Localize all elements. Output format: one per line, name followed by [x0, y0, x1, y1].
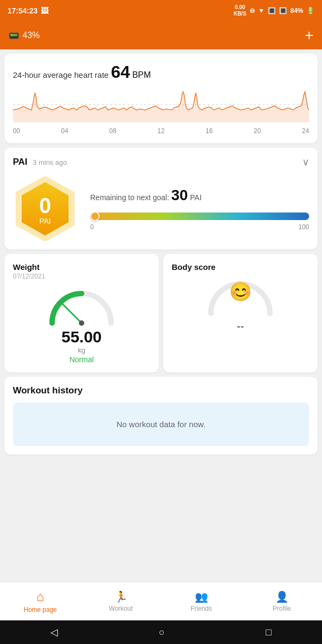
- main-content: 24-hour average heart rate 64 BPM 00 04 …: [0, 49, 322, 582]
- pai-header: PAI 3 mins ago ∨: [13, 156, 309, 168]
- nav-friends-label: Friends: [191, 605, 212, 612]
- score-gauge: 😊: [206, 276, 275, 316]
- network-speed: 0.00KB/S: [233, 4, 246, 17]
- nav-workout[interactable]: 🏃 Workout: [80, 582, 161, 620]
- friends-icon: 👥: [195, 590, 208, 603]
- score-emoji: 😊: [229, 282, 252, 301]
- hr-title: 24-hour average heart rate 64 BPM: [13, 62, 309, 82]
- battery-percent: 84%: [290, 7, 303, 14]
- add-button[interactable]: +: [305, 27, 313, 44]
- profile-icon: 👤: [275, 590, 289, 603]
- pai-right: Remaining to next goal: 30 PAI 0 100: [90, 187, 309, 231]
- nav-workout-label: Workout: [109, 605, 133, 612]
- time-display: 17:54:23: [8, 6, 38, 15]
- svg-point-7: [79, 320, 84, 326]
- nav-home[interactable]: ⌂ Home page: [0, 582, 80, 620]
- weight-score-row: Weight 07/12/2021 55.00 kg Normal: [4, 254, 318, 372]
- bottom-nav: ⌂ Home page 🏃 Workout 👥 Friends 👤 Profil…: [0, 582, 322, 620]
- nav-profile[interactable]: 👤 Profile: [241, 582, 322, 620]
- body-score-card: Body score 😊 --: [163, 254, 318, 372]
- recent-button[interactable]: □: [266, 627, 272, 638]
- nav-profile-label: Profile: [273, 605, 291, 612]
- weight-date: 07/12/2021: [13, 273, 150, 280]
- status-bar: 17:54:23 🖼 0.00KB/S ⊖ ▼ 🔳 🔳 84% 🔋: [0, 0, 322, 21]
- pai-progress-bar: [90, 213, 309, 220]
- back-button[interactable]: ◁: [50, 626, 58, 638]
- no-workout-message: No workout data for now.: [13, 402, 309, 446]
- top-bar: 📟 43% +: [0, 21, 322, 49]
- weight-title: Weight: [13, 262, 150, 272]
- progress-labels: 0 100: [90, 223, 309, 231]
- mute-icon: ⊖: [250, 7, 255, 14]
- hr-value: 64: [111, 62, 130, 82]
- pai-time-ago: 3 mins ago: [33, 158, 67, 166]
- pai-body: 0 PAI Remaining to next goal: 30 PAI 0 1…: [13, 177, 309, 241]
- weight-status: Normal: [13, 355, 150, 364]
- pai-title: PAI: [13, 157, 27, 167]
- svg-marker-1: [13, 92, 309, 122]
- battery-icon: 🔋: [306, 7, 314, 14]
- signal-icon2: 🔳: [279, 7, 287, 14]
- status-icons: 0.00KB/S ⊖ ▼ 🔳 🔳 84% 🔋: [233, 4, 314, 17]
- pai-goal-text: Remaining to next goal: 30 PAI: [90, 187, 309, 204]
- weight-card: Weight 07/12/2021 55.00 kg Normal: [4, 254, 159, 372]
- hr-time-labels: 00 04 08 12 16 20 24: [13, 127, 309, 135]
- status-time: 17:54:23 🖼: [8, 6, 48, 15]
- hr-chart: [13, 87, 309, 125]
- weight-value: 55.00: [13, 328, 150, 346]
- pai-goal-unit: PAI: [190, 193, 202, 202]
- chevron-down-icon[interactable]: ∨: [302, 156, 309, 168]
- score-title: Body score: [172, 262, 309, 272]
- nav-home-label: Home page: [24, 606, 57, 613]
- band-icon: 📟: [9, 31, 19, 41]
- signal-icon1: 🔳: [268, 7, 276, 14]
- system-nav: ◁ ○ □: [0, 620, 322, 644]
- home-button[interactable]: ○: [159, 627, 165, 638]
- workout-icon: 🏃: [114, 590, 128, 603]
- pai-card: PAI 3 mins ago ∨: [4, 148, 318, 250]
- heart-rate-card: 24-hour average heart rate 64 BPM 00 04 …: [4, 54, 318, 143]
- workout-history-card: Workout history No workout data for now.: [4, 377, 318, 455]
- progress-indicator: [90, 211, 100, 221]
- photo-icon: 🖼: [41, 6, 48, 15]
- wifi-icon: ▼: [258, 7, 265, 14]
- svg-line-6: [63, 304, 82, 323]
- svg-text:PAI: PAI: [39, 217, 51, 225]
- pai-goal-value: 30: [171, 187, 188, 203]
- home-icon: ⌂: [36, 589, 45, 604]
- hr-unit: BPM: [132, 70, 151, 79]
- svg-text:0: 0: [39, 194, 51, 217]
- band-battery-level: 43%: [23, 31, 40, 40]
- hr-svg: [13, 87, 309, 122]
- workout-history-title: Workout history: [13, 385, 309, 396]
- band-battery: 📟 43%: [9, 31, 40, 41]
- weight-unit: kg: [13, 346, 150, 354]
- nav-friends[interactable]: 👥 Friends: [161, 582, 241, 620]
- score-value: --: [172, 320, 309, 333]
- pai-hexagon: 0 PAI: [13, 177, 77, 241]
- weight-gauge: [47, 286, 116, 326]
